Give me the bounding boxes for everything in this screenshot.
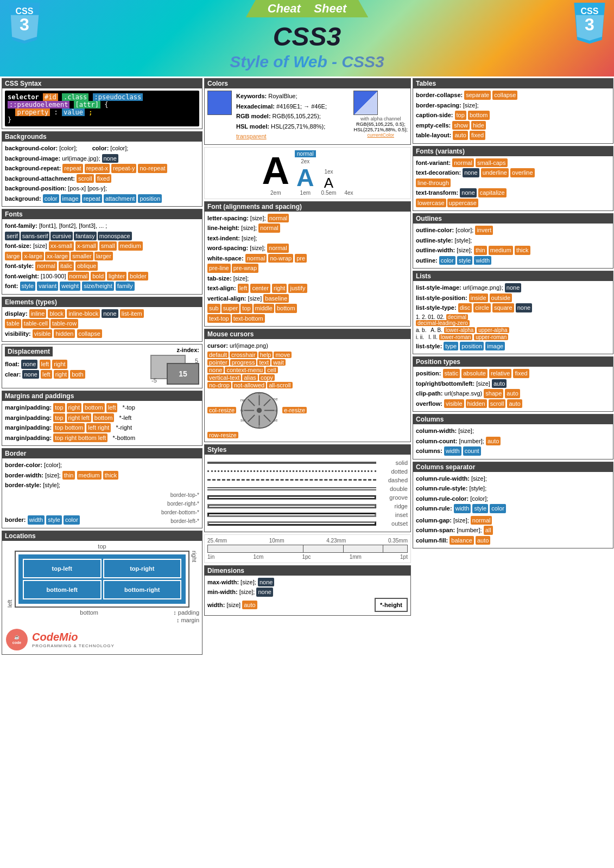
header: 3 CSS 3 CSS Cheat Sheet CSS3 Style of We… — [0, 0, 614, 76]
fonts-section: Fonts font-family: [font1], [font2], [fo… — [2, 209, 202, 295]
margins-title: Margins and paddings — [2, 391, 202, 401]
logo-name: CodeMio — [32, 631, 115, 643]
font-alignments-section: Font (alignments and spacing) letter-spa… — [204, 201, 411, 327]
svg-text:CSS: CSS — [16, 7, 34, 16]
color-details: Keywords: RoyalBlue; Hexadecimal: #4169E… — [236, 91, 349, 142]
columns-separator-section: Columns separator column-rule-width: [si… — [413, 462, 613, 549]
css-syntax-title: CSS Syntax — [2, 79, 202, 88]
font-alignments-title: Font (alignments and spacing) — [205, 202, 410, 212]
header-subtitle: Style of Web - CSS3 — [8, 53, 606, 74]
lists-title: Lists — [413, 271, 613, 281]
border-section: Border border-color: [color]; border-wid… — [2, 448, 202, 528]
position-section: Position types position: static absolute… — [413, 356, 613, 412]
locations-section: Locations top left top-left top-right bo… — [2, 531, 202, 655]
svg-text:s: s — [258, 425, 261, 430]
dimensions-title: Dimensions — [205, 566, 410, 576]
css-syntax-section: CSS Syntax selector #id .class :pseudocl… — [2, 78, 202, 129]
lists-section: Lists list-style-image: url(image.png); … — [413, 271, 613, 354]
bg-shorthand-line: background: color image repeat attachmen… — [5, 194, 199, 203]
color-alpha: with alpha channel RGB(65,105,225, 0.5);… — [353, 91, 408, 142]
svg-point-8 — [6, 629, 28, 650]
css-logo-right: 3 CSS — [571, 3, 609, 46]
displacement-section: Displacement float: none left right clea… — [2, 344, 202, 388]
svg-text:w: w — [240, 408, 244, 413]
columns-separator-title: Columns separator — [413, 462, 613, 472]
outlines-section: Outlines outline-color: [color]; invert … — [413, 213, 613, 269]
header-title: CSS3 — [273, 22, 341, 52]
elements-title: Elements (types) — [2, 297, 202, 307]
svg-text:nw: nw — [240, 397, 246, 402]
bg-repeat-line: background-repeat: repeat repeat-x repea… — [5, 164, 199, 173]
colors-title: Colors — [205, 79, 410, 88]
column-1: CSS Syntax selector #id .class :pseudocl… — [2, 78, 202, 655]
svg-point-28 — [257, 407, 262, 412]
tables-section: Tables border-collapse: separate collaps… — [413, 78, 613, 144]
svg-text:3: 3 — [20, 15, 29, 34]
colors-section: Colors Keywords: RoyalBlue; Hexadecimal:… — [204, 78, 411, 145]
dimensions-section: Dimensions max-width: [size]; none min-w… — [204, 565, 411, 616]
svg-text:code: code — [12, 641, 21, 644]
mouse-cursors-section: Mouse cursors cursor: url(image.png) def… — [204, 329, 411, 442]
svg-text:n: n — [258, 390, 260, 395]
font-size-demo: A 2em normal 2ex A 1em 1ex A 0.5em 4ex — [204, 147, 411, 199]
border-styles-demo: solid dotted dashed double groove ridge … — [207, 457, 408, 529]
svg-text:e: e — [275, 408, 277, 413]
border-title: Border — [2, 449, 202, 458]
bg-attachment-line: background-attachment: scroll fixed — [5, 174, 199, 183]
bg-color-line: background-color: [color]; color: [color… — [5, 144, 199, 153]
cheat-sheet-banner: Cheat Sheet — [246, 0, 368, 17]
backgrounds-section: Backgrounds background-color: [color]; c… — [2, 131, 202, 207]
bg-image-line: background-image: url(image.jpg); none — [5, 154, 199, 163]
fonts-title: Fonts — [2, 209, 202, 219]
svg-text:ne: ne — [273, 396, 277, 401]
styles-title: Styles — [205, 445, 410, 455]
syntax-box: selector #id .class :pseudoclass ::pseud… — [5, 91, 199, 126]
mouse-cursors-title: Mouse cursors — [205, 329, 410, 339]
logo-area: ☕ code CodeMio PROGRAMMING & TECHNOLOGY — [5, 628, 199, 652]
locations-title: Locations — [2, 531, 202, 541]
fonts-variants-title: Fonts (variants) — [413, 146, 613, 156]
dimensions-ruler: 25.4mm10mm4.23mm0.35mm 1in1cm1pc1mm1pt — [204, 534, 411, 563]
elements-section: Elements (types) display: inline block i… — [2, 297, 202, 342]
fonts-variants-section: Fonts (variants) font-variant: normal sm… — [413, 146, 613, 212]
svg-text:☕: ☕ — [14, 634, 20, 640]
svg-text:3: 3 — [585, 15, 594, 34]
styles-section: Styles solid dotted dashed double groove… — [204, 444, 411, 532]
column-3: Tables border-collapse: separate collaps… — [413, 78, 613, 655]
columns-title: Columns — [413, 414, 613, 424]
position-title: Position types — [413, 357, 613, 367]
outlines-title: Outlines — [413, 214, 613, 224]
margins-section: Margins and paddings margin/padding: top… — [2, 391, 202, 446]
column-2: Colors Keywords: RoyalBlue; Hexadecimal:… — [204, 78, 411, 655]
svg-text:se: se — [274, 418, 278, 423]
svg-text:sw: sw — [240, 418, 246, 423]
backgrounds-title: Backgrounds — [2, 132, 202, 142]
css-logo-left: 3 CSS — [5, 3, 43, 46]
tables-title: Tables — [413, 79, 613, 88]
svg-text:CSS: CSS — [581, 7, 599, 16]
codemio-logo: ☕ code — [5, 628, 29, 652]
main-grid: CSS Syntax selector #id .class :pseudocl… — [0, 76, 614, 656]
columns-section: Columns column-width: [size]; column-cou… — [413, 414, 613, 459]
bg-position-line: background-position: [pos-x] [pos-y]; — [5, 184, 199, 193]
color-swatch-solid — [207, 91, 232, 115]
logo-tagline: PROGRAMMING & TECHNOLOGY — [32, 643, 115, 648]
